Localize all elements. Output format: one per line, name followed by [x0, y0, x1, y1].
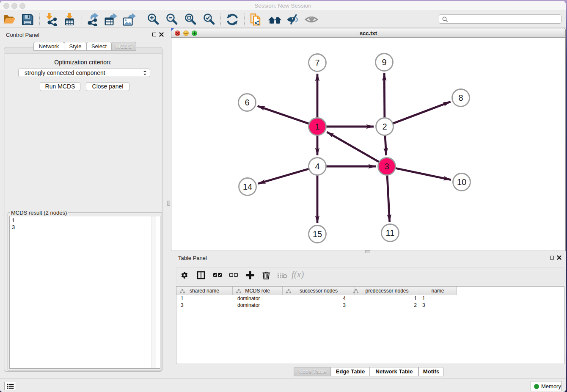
svg-text:7: 7 [315, 58, 319, 67]
svg-text:10: 10 [457, 177, 466, 187]
svg-text:15: 15 [313, 229, 322, 239]
svg-text:1: 1 [315, 122, 319, 131]
svg-text:6: 6 [245, 98, 249, 107]
svg-text:2: 2 [382, 122, 387, 131]
svg-text:4: 4 [315, 162, 319, 171]
svg-text:11: 11 [386, 228, 395, 237]
svg-text:14: 14 [243, 182, 252, 191]
svg-text:9: 9 [382, 58, 386, 67]
svg-text:8: 8 [458, 93, 463, 102]
svg-text:3: 3 [384, 162, 389, 171]
